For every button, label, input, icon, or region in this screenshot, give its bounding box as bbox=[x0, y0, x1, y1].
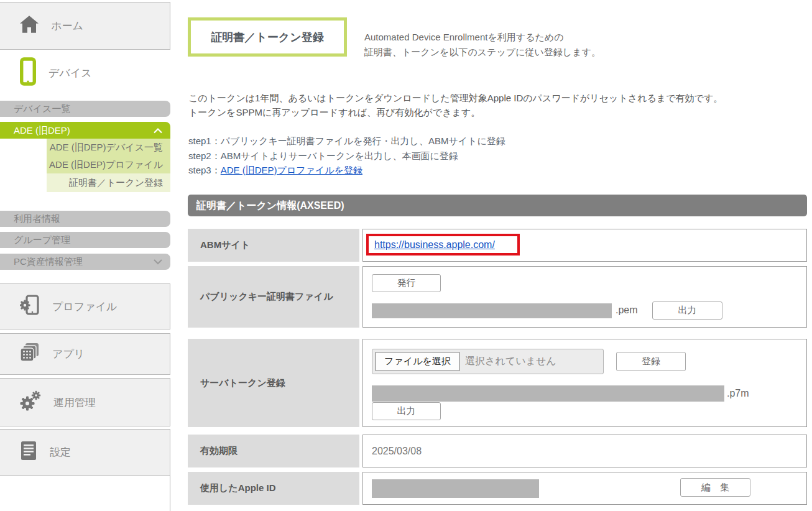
sidebar-item-label: デバイス bbox=[48, 66, 92, 80]
abm-site-label: ABMサイト bbox=[188, 229, 359, 262]
sppm-admin-screen: ホーム デバイス デバイス一覧 ADE (旧DEP) ADE (旧DEP)デバイ… bbox=[0, 0, 812, 511]
step1-text: step1：パブリックキー証明書ファイルを発行・出力し、ABMサイトに登録 bbox=[188, 134, 505, 149]
table-row-apple-id: 使用したApple ID 編 集 bbox=[188, 472, 807, 505]
step3-prefix: step3： bbox=[188, 165, 221, 175]
sidebar-item-label: ADE (旧DEP)プロファイル bbox=[49, 159, 163, 170]
redacted-pem-filename bbox=[372, 303, 612, 318]
expiry-label: 有効期限 bbox=[188, 435, 359, 467]
sidebar-item-device-list[interactable]: デバイス一覧 bbox=[0, 101, 170, 117]
page-description-line2: 証明書、トークンを以下のステップに従い登録します。 bbox=[364, 45, 601, 60]
sidebar-item-group-management[interactable]: グループ管理 bbox=[0, 232, 170, 248]
sidebar-item-label: 利用者情報 bbox=[14, 213, 60, 224]
sidebar-item-label: グループ管理 bbox=[14, 234, 70, 245]
sidebar-item-label: デバイス一覧 bbox=[14, 103, 70, 114]
public-key-certificate-label-text: パブリックキー証明書ファイル bbox=[200, 291, 333, 303]
export-pem-button[interactable]: 出力 bbox=[652, 302, 722, 320]
ade-profile-register-link[interactable]: ADE (旧DEP)プロファイルを登録 bbox=[221, 165, 362, 175]
token-validity-note-line1: このトークンは1年間、あるいはトークンをダウンロードした管理対象Apple ID… bbox=[188, 91, 722, 105]
sidebar-item-label: ADE (旧DEP) bbox=[14, 125, 70, 136]
registration-steps: step1：パブリックキー証明書ファイルを発行・出力し、ABMサイトに登録 st… bbox=[188, 134, 505, 178]
sidebar-item-home[interactable]: ホーム bbox=[0, 2, 170, 50]
server-token-label: サーバトークン登録 bbox=[188, 339, 359, 427]
redacted-p7m-filename bbox=[372, 385, 724, 402]
main-content: 証明書／トークン登録 Automated Device Enrollmentを利… bbox=[188, 0, 807, 511]
sidebar-bottom-panel bbox=[0, 476, 170, 511]
pem-extension-text: .pem bbox=[616, 305, 638, 316]
sidebar-item-operation-management[interactable]: 運用管理 bbox=[0, 378, 170, 426]
page-description-line1: Automated Device Enrollmentを利用するための bbox=[364, 30, 601, 45]
page-title: 証明書／トークン登録 bbox=[188, 17, 347, 57]
page-title-label: 証明書／トークン登録 bbox=[211, 30, 323, 45]
issue-button[interactable]: 発行 bbox=[372, 274, 441, 292]
sidebar-item-label: 設定 bbox=[50, 445, 71, 459]
sidebar-item-ade[interactable]: ADE (旧DEP) bbox=[0, 122, 170, 139]
page-description: Automated Device Enrollmentを利用するための 証明書、… bbox=[364, 30, 601, 60]
sidebar-item-settings[interactable]: 設定 bbox=[0, 429, 170, 476]
token-validity-note-line2: トークンをSPPMに再アップロードすれば、再び有効化ができます。 bbox=[188, 105, 722, 119]
table-row-public-key-certificate: パブリックキー証明書ファイル 発行 .pem 出力 bbox=[188, 266, 807, 328]
abm-site-link[interactable]: https://business.apple.com/ bbox=[374, 239, 495, 251]
expiry-date-text: 2025/03/08 bbox=[372, 435, 422, 467]
sidebar-item-user-info[interactable]: 利用者情報 bbox=[0, 211, 170, 227]
expiry-label-text: 有効期限 bbox=[200, 445, 238, 457]
export-p7m-button-label: 出力 bbox=[397, 405, 416, 417]
apps-icon bbox=[20, 343, 40, 366]
sidebar-item-certificate-token-current[interactable]: 証明書／トークン登録 bbox=[47, 173, 170, 192]
expiry-value-cell: 2025/03/08 bbox=[362, 435, 807, 467]
profile-phone-gear-icon bbox=[20, 295, 40, 319]
table-row-server-token: サーバトークン登録 ファイルを選択 選択されていません 登録 .p7m 出力 bbox=[188, 339, 807, 427]
sidebar-item-label: PC資産情報管理 bbox=[14, 256, 83, 267]
sidebar-item-pc-asset[interactable]: PC資産情報管理 bbox=[0, 254, 170, 270]
step3-text: step3：ADE (旧DEP)プロファイルを登録 bbox=[188, 163, 505, 178]
p7m-extension-text: .p7m bbox=[727, 388, 749, 399]
apple-id-label: 使用したApple ID bbox=[188, 472, 359, 505]
server-token-label-text: サーバトークン登録 bbox=[200, 377, 285, 389]
edit-button-label: 編 集 bbox=[701, 482, 729, 494]
choose-file-button[interactable]: ファイルを選択 bbox=[375, 352, 460, 371]
export-p7m-button[interactable]: 出力 bbox=[372, 402, 441, 420]
sidebar-item-device[interactable]: デバイス bbox=[0, 55, 170, 91]
register-button-label: 登録 bbox=[642, 356, 660, 367]
file-input: ファイルを選択 選択されていません bbox=[372, 349, 604, 374]
sidebar-item-label: プロファイル bbox=[52, 300, 117, 314]
table-row-abm-site: ABMサイト https://business.apple.com/ bbox=[188, 229, 807, 262]
chevron-down-icon bbox=[153, 254, 163, 270]
abm-site-label-text: ABMサイト bbox=[200, 239, 250, 251]
sidebar-item-label: 証明書／トークン登録 bbox=[69, 177, 163, 188]
document-list-icon bbox=[20, 441, 37, 464]
sidebar-item-ade-profile[interactable]: ADE (旧DEP)プロファイル bbox=[47, 156, 170, 173]
sidebar-item-label: アプリ bbox=[52, 347, 85, 361]
section-header-label: 証明書／トークン情報(AXSEED) bbox=[196, 200, 344, 211]
step2-text: step2：ABMサイトよりサーバトークンを出力し、本画面に登録 bbox=[188, 149, 505, 163]
issue-button-label: 発行 bbox=[397, 277, 416, 289]
public-key-certificate-value-cell: 発行 .pem 出力 bbox=[362, 266, 807, 328]
home-icon bbox=[20, 16, 39, 36]
chevron-up-icon bbox=[153, 122, 163, 139]
sidebar-item-label: ADE (旧DEP)デバイス一覧 bbox=[50, 142, 163, 152]
table-row-expiry: 有効期限 2025/03/08 bbox=[188, 435, 807, 467]
edit-button[interactable]: 編 集 bbox=[680, 478, 750, 497]
export-pem-button-label: 出力 bbox=[678, 305, 697, 316]
sidebar-item-ade-device-list[interactable]: ADE (旧DEP)デバイス一覧 bbox=[47, 139, 170, 156]
token-validity-note: このトークンは1年間、あるいはトークンをダウンロードした管理対象Apple ID… bbox=[188, 91, 722, 119]
smartphone-icon bbox=[20, 57, 36, 89]
sidebar-item-label: 運用管理 bbox=[53, 395, 96, 410]
red-highlight-box: https://business.apple.com/ bbox=[366, 234, 520, 255]
apple-id-label-text: 使用したApple ID bbox=[200, 482, 276, 494]
register-button[interactable]: 登録 bbox=[616, 352, 686, 371]
sidebar-item-label: ホーム bbox=[51, 19, 83, 33]
apple-id-value-cell: 編 集 bbox=[362, 472, 807, 505]
abm-site-value-cell: https://business.apple.com/ bbox=[362, 229, 807, 262]
server-token-value-cell: ファイルを選択 選択されていません 登録 .p7m 出力 bbox=[362, 339, 807, 427]
no-file-selected-text: 選択されていません bbox=[465, 355, 556, 368]
gears-icon bbox=[20, 390, 41, 415]
choose-file-button-label: ファイルを選択 bbox=[384, 356, 451, 367]
sidebar-item-apps[interactable]: アプリ bbox=[0, 333, 170, 375]
redacted-apple-id bbox=[372, 479, 539, 498]
sidebar-item-profile[interactable]: プロファイル bbox=[0, 283, 170, 329]
section-header: 証明書／トークン情報(AXSEED) bbox=[188, 195, 807, 216]
public-key-certificate-label: パブリックキー証明書ファイル bbox=[188, 266, 359, 328]
